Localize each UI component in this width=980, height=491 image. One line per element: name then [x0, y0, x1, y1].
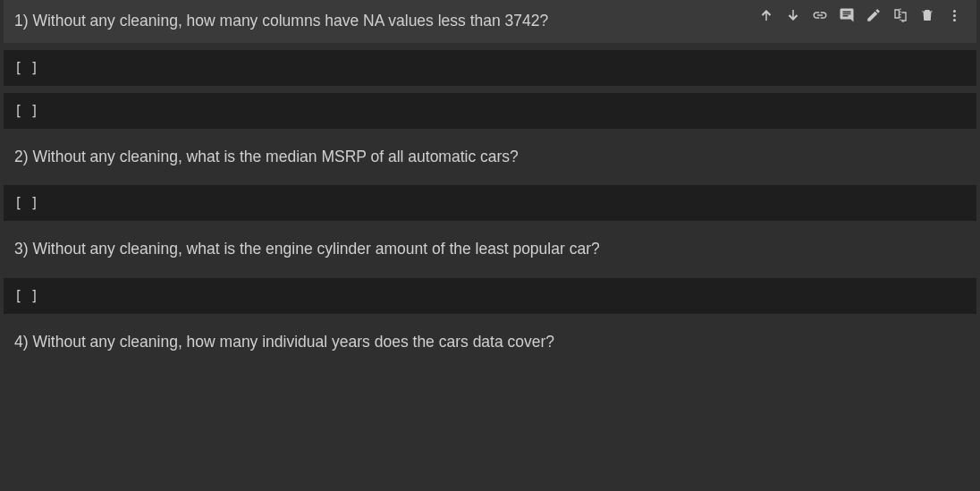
cell-markdown-4[interactable]: 4) Without any cleaning, how many indivi…: [4, 321, 976, 364]
cell-markdown-1[interactable]: 1) Without any cleaning, how many column…: [4, 0, 976, 43]
markdown-text[interactable]: 4) Without any cleaning, how many indivi…: [4, 321, 976, 364]
more-icon: [953, 10, 956, 21]
notebook: 1) Without any cleaning, how many column…: [0, 0, 980, 364]
markdown-text[interactable]: 2) Without any cleaning, what is the med…: [4, 136, 976, 179]
comment-button[interactable]: [833, 4, 860, 27]
edit-button[interactable]: [860, 4, 887, 27]
cell-toolbar: [751, 2, 969, 29]
move-down-button[interactable]: [780, 4, 807, 27]
link-icon: [812, 7, 828, 23]
mirror-icon: [892, 7, 908, 23]
move-up-button[interactable]: [753, 4, 780, 27]
link-button[interactable]: [807, 4, 833, 27]
arrow-up-icon: [758, 7, 774, 23]
comment-icon: [839, 7, 855, 23]
code-cell-3[interactable]: [ ]: [4, 185, 976, 221]
trash-icon: [919, 7, 935, 23]
mirror-button[interactable]: [887, 4, 914, 27]
delete-button[interactable]: [914, 4, 941, 27]
code-cell-1[interactable]: [ ]: [4, 50, 976, 86]
arrow-down-icon: [785, 7, 801, 23]
cell-markdown-2[interactable]: 2) Without any cleaning, what is the med…: [4, 136, 976, 179]
markdown-text[interactable]: 3) Without any cleaning, what is the eng…: [4, 228, 976, 271]
code-cell-4[interactable]: [ ]: [4, 278, 976, 314]
edit-icon: [866, 7, 882, 23]
cell-markdown-3[interactable]: 3) Without any cleaning, what is the eng…: [4, 228, 976, 271]
more-button[interactable]: [941, 4, 967, 27]
code-cell-2[interactable]: [ ]: [4, 93, 976, 129]
